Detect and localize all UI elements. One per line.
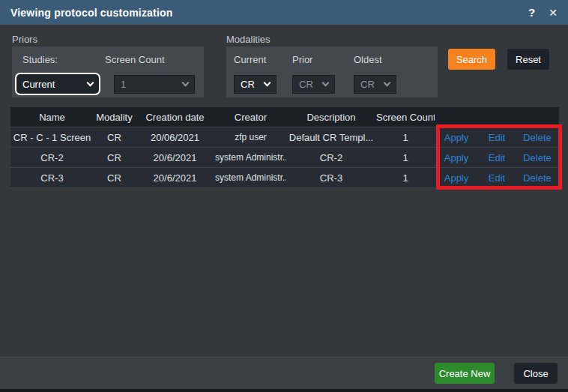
table-row: CR-3 CR 20/6/2021 system Administr... CR… — [10, 167, 559, 187]
column-header-creator: Creator — [215, 112, 286, 123]
modality-prior-label: Prior — [292, 54, 312, 65]
modalities-panel: Current Prior Oldest CR CR CR — [226, 46, 438, 97]
table-row: CR - C - 1 Screen CR 20/06/2021 zfp user… — [10, 127, 559, 147]
cell-creation-date: 20/06/2021 — [135, 132, 215, 143]
edit-link[interactable]: Edit — [489, 152, 505, 163]
chevron-down-icon — [264, 79, 271, 87]
studies-select-value: Current — [22, 79, 83, 90]
close-icon[interactable]: ✕ — [549, 7, 558, 19]
screen-count-select[interactable]: 1 — [114, 75, 195, 94]
search-button[interactable]: Search — [448, 49, 495, 70]
cell-modality: CR — [94, 152, 135, 163]
reset-button[interactable]: Reset — [507, 49, 549, 70]
delete-link[interactable]: Delete — [523, 172, 552, 184]
screen-count-label: Screen Count — [105, 54, 165, 65]
column-header-creation-date: Creation date — [135, 112, 215, 123]
cell-screen-count: 1 — [376, 132, 435, 143]
modality-current-value: CR — [241, 79, 260, 90]
chevron-down-icon — [384, 79, 391, 87]
modality-oldest-label: Oldest — [354, 54, 382, 65]
modality-current-select[interactable]: CR — [234, 75, 277, 94]
cell-description: Default CR Templ... — [286, 132, 376, 143]
priors-section-label: Priors — [12, 34, 37, 45]
table-row: CR-2 CR 20/6/2021 system Administr... CR… — [10, 147, 559, 167]
protocol-table: Name Modality Creation date Creator Desc… — [10, 107, 559, 188]
cell-modality: CR — [94, 172, 135, 184]
cell-creator: system Administr... — [215, 152, 286, 163]
cell-screen-count: 1 — [376, 172, 435, 184]
column-header-screen-count: Screen Count — [376, 112, 435, 123]
create-new-button[interactable]: Create New — [435, 363, 495, 384]
column-header-description: Description — [286, 112, 376, 123]
modality-current-label: Current — [234, 54, 266, 65]
priors-panel: Studies: Screen Count Current 1 — [12, 46, 204, 97]
cell-modality: CR — [94, 132, 135, 143]
dialog-title: Viewing protocol customization — [10, 7, 515, 19]
help-icon[interactable]: ? — [528, 6, 535, 19]
modality-oldest-select[interactable]: CR — [354, 75, 396, 94]
chevron-down-icon — [182, 79, 190, 87]
cell-creator: system Administr... — [215, 172, 286, 183]
dialog-titlebar: Viewing protocol customization ? ✕ — [0, 0, 568, 25]
cell-creator: zfp user — [215, 132, 286, 142]
close-button[interactable]: Close — [514, 363, 558, 384]
screen-count-select-value: 1 — [121, 79, 178, 90]
edit-link[interactable]: Edit — [489, 132, 505, 143]
cell-screen-count: 1 — [376, 152, 435, 163]
cell-creation-date: 20/6/2021 — [135, 172, 215, 184]
delete-link[interactable]: Delete — [523, 132, 552, 143]
cell-name: CR-2 — [10, 152, 94, 163]
chevron-down-icon — [87, 79, 94, 86]
apply-link[interactable]: Apply — [444, 152, 469, 163]
edit-link[interactable]: Edit — [489, 172, 505, 184]
cell-name: CR - C - 1 Screen — [10, 132, 94, 143]
modality-oldest-value: CR — [360, 79, 380, 90]
column-header-name: Name — [10, 112, 94, 123]
modality-prior-value: CR — [299, 79, 318, 90]
dialog-footer: Create New Close — [0, 357, 568, 389]
viewing-protocol-dialog: Viewing protocol customization ? ✕ Prior… — [0, 0, 568, 392]
chevron-down-icon — [322, 79, 330, 87]
dialog-bottom-edge — [0, 389, 568, 392]
table-header-row: Name Modality Creation date Creator Desc… — [10, 107, 559, 127]
modalities-section-label: Modalities — [226, 34, 271, 45]
cell-description: CR-2 — [286, 152, 376, 163]
delete-link[interactable]: Delete — [523, 152, 552, 163]
studies-select[interactable]: Current — [15, 73, 100, 95]
column-header-modality: Modality — [94, 112, 135, 123]
cell-description: CR-3 — [286, 172, 376, 184]
cell-creation-date: 20/6/2021 — [135, 152, 215, 163]
apply-link[interactable]: Apply — [444, 132, 469, 143]
apply-link[interactable]: Apply — [444, 172, 469, 184]
studies-label: Studies: — [22, 54, 58, 65]
cell-name: CR-3 — [10, 172, 94, 184]
table-body: CR - C - 1 Screen CR 20/06/2021 zfp user… — [10, 127, 559, 187]
modality-prior-select[interactable]: CR — [292, 75, 335, 94]
